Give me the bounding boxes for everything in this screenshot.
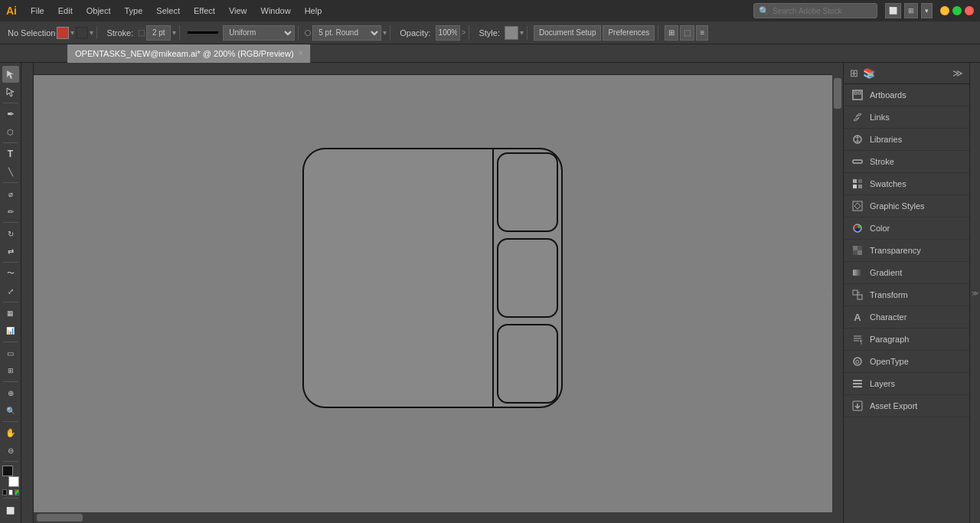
- expand-right[interactable]: ◁: [826, 289, 832, 297]
- artboard[interactable]: [302, 148, 563, 408]
- mirror-tool[interactable]: ⇄: [2, 243, 19, 260]
- style-preview[interactable]: [505, 26, 518, 40]
- layers-panel-icon: [851, 378, 864, 390]
- layout-btn-2[interactable]: ⊞: [904, 3, 918, 18]
- menu-type[interactable]: Type: [119, 5, 149, 17]
- preferences-button[interactable]: Preferences: [603, 25, 655, 41]
- close-button[interactable]: [965, 6, 974, 15]
- panel-label-artboards: Artboards: [870, 90, 906, 100]
- panel-item-paragraph[interactable]: ¶ Paragraph: [844, 329, 969, 351]
- bar-graph-tool[interactable]: 📊: [2, 322, 19, 339]
- panel-item-links[interactable]: Links: [844, 106, 969, 129]
- menu-object[interactable]: Object: [80, 5, 117, 17]
- character-panel-icon: A: [851, 311, 864, 323]
- search-icon: 🔍: [759, 6, 769, 16]
- panel-item-opentype[interactable]: O OpenType: [844, 351, 969, 373]
- layout-options[interactable]: ▾: [921, 3, 933, 18]
- search-bar[interactable]: 🔍: [753, 3, 877, 18]
- text-tool[interactable]: T: [2, 145, 19, 162]
- rotate-tool[interactable]: ↻: [2, 225, 19, 242]
- black-swatch[interactable]: [2, 489, 7, 495]
- paintbrush-tool[interactable]: ⌀: [2, 185, 19, 202]
- panel-icon-properties[interactable]: ⊞: [850, 67, 858, 79]
- scale-tool[interactable]: ⤢: [2, 283, 19, 299]
- panel-label-stroke: Stroke: [870, 157, 894, 166]
- artboard-tool[interactable]: ⬜: [2, 502, 19, 519]
- column-graph-tool[interactable]: ▦: [2, 305, 19, 322]
- opacity-input[interactable]: [436, 25, 460, 41]
- paragraph-panel-icon: ¶: [851, 333, 864, 345]
- panel-label-gradient: Gradient: [870, 268, 902, 277]
- scroll-thumb-vertical[interactable]: [834, 78, 841, 109]
- scroll-horizontal[interactable]: [21, 512, 832, 523]
- minimize-button[interactable]: [940, 6, 949, 15]
- arrange-icon[interactable]: ⊞: [665, 25, 678, 41]
- panel-item-layers[interactable]: Layers: [844, 373, 969, 395]
- magnify-tool[interactable]: 🔍: [2, 402, 19, 419]
- pen-tool[interactable]: ✒: [2, 106, 19, 123]
- panel-item-character[interactable]: A Character: [844, 306, 969, 329]
- menu-select[interactable]: Select: [150, 5, 186, 17]
- stroke-style-select[interactable]: 5 pt. Round 1 pt. Round 3 pt. Round: [312, 25, 381, 41]
- panel-item-stroke[interactable]: Stroke: [844, 151, 969, 173]
- panel-item-transparency[interactable]: Transparency: [844, 240, 969, 262]
- panel-label-transform: Transform: [870, 290, 908, 299]
- menu-view[interactable]: View: [223, 5, 253, 17]
- gradient-swatch[interactable]: [15, 489, 19, 495]
- direct-selection-tool[interactable]: [2, 83, 19, 100]
- more-options[interactable]: ≡: [696, 25, 708, 41]
- menu-file[interactable]: File: [24, 5, 51, 17]
- menu-help[interactable]: Help: [299, 5, 328, 17]
- shape-tool[interactable]: ▭: [2, 345, 19, 361]
- toolbar: No Selection ▾ ▾ Stroke: ⬚ ▾ Uniform Wid…: [0, 21, 980, 44]
- transform-expand-tool[interactable]: ⊞: [2, 362, 19, 379]
- stroke-type-select[interactable]: Uniform Width Profile 1: [223, 25, 295, 41]
- anchor-tool[interactable]: ⬡: [2, 123, 19, 140]
- panel-collapse-strip[interactable]: ≫: [969, 63, 980, 523]
- warp-tool[interactable]: 〜: [2, 265, 19, 282]
- panel-item-artboards[interactable]: Artboards: [844, 84, 969, 106]
- pencil-tool[interactable]: ✏: [2, 203, 19, 220]
- menu-effect[interactable]: Effect: [188, 5, 221, 17]
- layout-btn-1[interactable]: ⬜: [885, 3, 901, 18]
- menu-edit[interactable]: Edit: [52, 5, 79, 17]
- active-tab[interactable]: OPENTASKS_NEW@mikeam.ai* @ 200% (RGB/Pre…: [67, 44, 311, 63]
- line-tool[interactable]: ╲: [2, 163, 19, 180]
- art-cell-3[interactable]: [497, 324, 558, 404]
- stroke-weight-input[interactable]: [146, 25, 171, 41]
- panel-item-gradient[interactable]: Gradient: [844, 262, 969, 284]
- stroke-color-box[interactable]: [76, 27, 88, 39]
- svg-rect-2: [858, 92, 861, 94]
- scroll-thumb-horizontal[interactable]: [37, 514, 83, 521]
- zoom-tool[interactable]: ⊕: [2, 384, 19, 401]
- svg-rect-8: [853, 185, 857, 188]
- panel-item-swatches[interactable]: Swatches: [844, 173, 969, 195]
- canvas-area[interactable]: ◁: [21, 63, 843, 523]
- panel-item-transform[interactable]: Transform: [844, 284, 969, 306]
- panel-item-color[interactable]: Color: [844, 217, 969, 240]
- panel-collapse-icon[interactable]: ≫: [952, 67, 963, 79]
- panel-item-asset-export[interactable]: Asset Export: [844, 395, 969, 417]
- search-input[interactable]: [773, 7, 872, 15]
- panel-item-graphic-styles[interactable]: Graphic Styles: [844, 195, 969, 217]
- art-cell-1[interactable]: [497, 152, 558, 232]
- fill-color-box[interactable]: [57, 27, 69, 39]
- right-panel: ⊞ 📚 ≫ Artboards Links: [843, 63, 969, 523]
- art-cell-2[interactable]: [497, 238, 558, 318]
- panel-icon-libraries[interactable]: 📚: [863, 67, 875, 79]
- tool-separator-4: [3, 222, 18, 223]
- selection-tool[interactable]: [2, 66, 19, 83]
- color-tools[interactable]: [2, 466, 19, 487]
- panel-item-libraries[interactable]: Libraries: [844, 129, 969, 151]
- maximize-button[interactable]: [952, 6, 962, 15]
- fill-white: [8, 476, 19, 487]
- transform-icon-btn[interactable]: ⬚: [680, 25, 694, 41]
- menu-window[interactable]: Window: [255, 5, 297, 17]
- tab-close-button[interactable]: ×: [299, 49, 303, 57]
- hand-tool[interactable]: ✋: [2, 424, 19, 441]
- opentype-panel-icon: O: [851, 355, 864, 368]
- document-setup-button[interactable]: Document Setup: [534, 25, 602, 41]
- scroll-vertical[interactable]: [832, 63, 843, 512]
- zoom-out-tool[interactable]: ⊖: [2, 442, 19, 459]
- white-swatch[interactable]: [8, 489, 13, 495]
